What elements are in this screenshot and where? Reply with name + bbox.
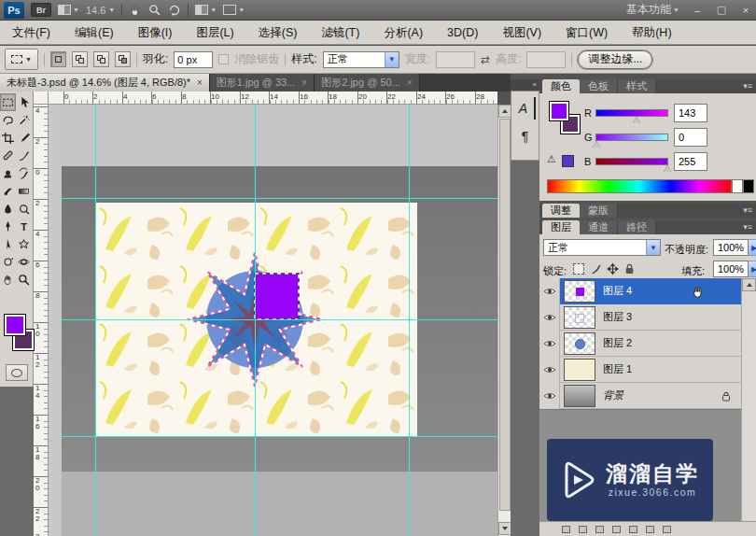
custom-shape-tool[interactable] xyxy=(16,235,32,253)
view-extras-button[interactable]: ▼ xyxy=(58,5,79,15)
layer-thumbnail[interactable] xyxy=(564,306,595,329)
selection-mode-new-button[interactable] xyxy=(50,51,66,67)
type-tool[interactable]: T xyxy=(16,218,32,235)
vertical-scrollbar[interactable] xyxy=(497,105,511,536)
menu-file[interactable]: 文件(F) xyxy=(0,21,63,45)
foreground-color-swatch[interactable] xyxy=(4,314,26,336)
spot-healing-tool[interactable] xyxy=(0,147,16,164)
menu-filter[interactable]: 滤镜(T) xyxy=(309,21,371,45)
opacity-value[interactable]: 100% xyxy=(713,239,749,256)
blur-tool[interactable] xyxy=(0,200,16,218)
path-selection-tool[interactable] xyxy=(0,235,16,253)
green-channel-value[interactable]: 0 xyxy=(674,128,707,147)
clone-stamp-tool[interactable] xyxy=(0,164,16,182)
delete-layer-icon[interactable] xyxy=(663,526,671,533)
layer-thumbnail[interactable] xyxy=(564,332,595,355)
rectangular-marquee-tool[interactable] xyxy=(0,93,16,111)
antialias-checkbox[interactable] xyxy=(218,54,229,64)
scroll-up-button[interactable] xyxy=(498,105,511,118)
menu-view[interactable]: 视图(V) xyxy=(490,21,553,45)
fill-arrow-icon[interactable]: ▶ xyxy=(749,261,756,277)
guide-vertical[interactable] xyxy=(255,105,256,536)
panel-menu-icon[interactable]: ▾≡ xyxy=(743,204,756,218)
slider-marker[interactable] xyxy=(633,113,640,123)
guide-horizontal[interactable] xyxy=(62,198,497,199)
crop-tool[interactable] xyxy=(0,129,16,147)
close-button[interactable]: × xyxy=(739,5,752,16)
launch-bridge-button[interactable]: Br xyxy=(31,3,51,17)
red-channel-slider[interactable] xyxy=(595,109,668,117)
tab-channels[interactable]: 通道 xyxy=(580,220,618,234)
feather-input[interactable] xyxy=(174,51,213,68)
arrange-documents-button[interactable]: ▼ xyxy=(195,5,217,15)
magic-wand-tool[interactable] xyxy=(16,111,32,129)
tab-close-icon[interactable]: × xyxy=(301,78,307,88)
tab-close-icon[interactable]: × xyxy=(407,78,413,88)
ruler-origin-box[interactable] xyxy=(34,92,49,105)
link-layers-icon[interactable] xyxy=(562,526,570,533)
zoom-tool-shortcut[interactable] xyxy=(148,4,161,17)
lock-pixels-icon[interactable] xyxy=(590,262,602,275)
visibility-toggle[interactable] xyxy=(539,357,560,383)
eyedropper-tool[interactable] xyxy=(16,129,32,147)
character-panel-button[interactable]: A xyxy=(515,97,536,120)
fill-value[interactable]: 100% xyxy=(713,261,749,277)
layer-row[interactable]: 图层 2 xyxy=(539,331,741,357)
panel-menu-icon[interactable]: ▾≡ xyxy=(743,220,756,234)
menu-analysis[interactable]: 分析(A) xyxy=(371,21,435,45)
vertical-ruler[interactable]: 42024681012141618202224 xyxy=(34,105,49,536)
zoom-tool[interactable] xyxy=(16,271,32,289)
tab-adjustments[interactable]: 调整 xyxy=(542,204,580,218)
layer-name[interactable]: 图层 3 xyxy=(603,310,632,324)
paragraph-panel-button[interactable]: ¶ xyxy=(515,125,536,148)
screen-mode-button[interactable]: ▼ xyxy=(223,5,245,15)
tab-paths[interactable]: 路径 xyxy=(618,220,656,234)
slider-marker[interactable] xyxy=(664,162,671,172)
opacity-arrow-icon[interactable]: ▶ xyxy=(749,239,756,256)
height-input[interactable] xyxy=(526,51,566,68)
lock-transparency-icon[interactable] xyxy=(573,263,584,275)
panel-menu-icon[interactable]: ▾≡ xyxy=(743,79,756,93)
layer-name[interactable]: 图层 4 xyxy=(603,284,632,298)
visibility-toggle[interactable] xyxy=(539,278,560,304)
history-brush-tool[interactable] xyxy=(16,164,32,182)
blue-channel-slider[interactable] xyxy=(595,158,668,165)
black-swatch[interactable] xyxy=(743,179,754,193)
color-spectrum-bar[interactable] xyxy=(547,179,732,193)
document-tab[interactable]: 图形2.jpg @ 50...× xyxy=(315,74,419,92)
layer-name[interactable]: 图层 1 xyxy=(603,362,632,376)
tab-masks[interactable]: 蒙版 xyxy=(580,204,618,218)
document-tab[interactable]: 图形1.jpg @ 33...× xyxy=(210,74,315,92)
layer-row-background[interactable]: 背景 xyxy=(539,383,741,409)
brush-tool[interactable] xyxy=(16,147,32,164)
zoom-level-control[interactable]: 14.6▼ xyxy=(86,5,115,16)
selection-mode-subtract-button[interactable] xyxy=(93,51,109,67)
scroll-down-button[interactable] xyxy=(498,522,511,535)
menu-image[interactable]: 图像(I) xyxy=(126,21,185,45)
layer-row[interactable]: 图层 3 xyxy=(539,304,741,331)
canvas-viewport[interactable] xyxy=(49,105,497,536)
refine-edge-button[interactable]: 调整边缘... xyxy=(578,50,652,69)
visibility-toggle[interactable] xyxy=(539,383,560,409)
visibility-toggle[interactable] xyxy=(539,331,560,357)
guide-vertical[interactable] xyxy=(409,105,410,536)
green-channel-slider[interactable] xyxy=(595,134,668,141)
tab-styles[interactable]: 样式 xyxy=(618,79,656,93)
tab-close-icon[interactable]: × xyxy=(197,78,203,88)
layers-scrollbar[interactable] xyxy=(741,278,756,521)
tab-swatches[interactable]: 色板 xyxy=(580,79,618,93)
menu-window[interactable]: 窗口(W) xyxy=(553,21,620,45)
layer-thumbnail[interactable] xyxy=(564,385,595,407)
new-layer-icon[interactable] xyxy=(646,526,654,533)
layer-style-icon[interactable] xyxy=(579,526,587,533)
menu-help[interactable]: 帮助(H) xyxy=(620,21,683,45)
scrollbar-thumb[interactable] xyxy=(499,119,511,511)
guide-horizontal[interactable] xyxy=(62,436,497,437)
visibility-toggle[interactable] xyxy=(539,304,560,331)
document-tab-active[interactable]: 未标题-3.psd @ 14.6% (图层 4, RGB/8)*× xyxy=(0,74,210,92)
swap-dimensions-icon[interactable]: ⇄ xyxy=(481,53,490,66)
menu-select[interactable]: 选择(S) xyxy=(246,21,310,45)
dock-collapse-header[interactable]: « xyxy=(511,79,539,91)
restore-button[interactable]: ▢ xyxy=(715,4,728,16)
style-dropdown[interactable]: 正常▼ xyxy=(323,51,399,68)
